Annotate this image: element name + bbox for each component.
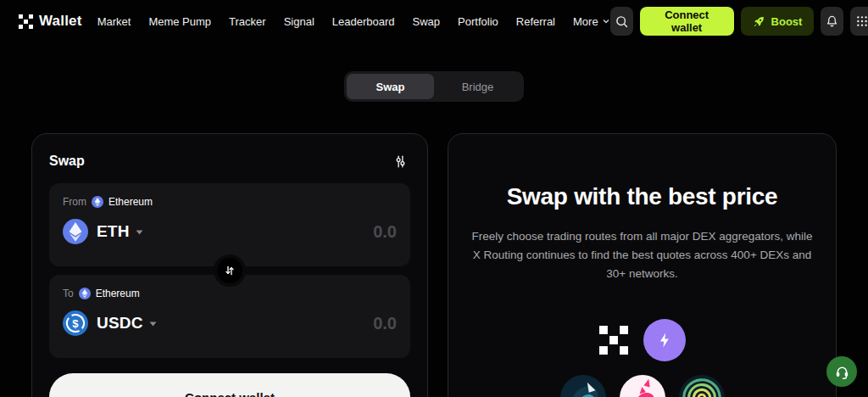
ethereum-network-icon <box>92 196 103 208</box>
swap-connect-wallet-button[interactable]: Connect wallet <box>49 373 410 397</box>
x-routing-logo-icon <box>599 326 628 355</box>
promo-heading: Swap with the best price <box>507 183 778 210</box>
svg-text:$: $ <box>72 317 79 330</box>
nav-item-referral[interactable]: Referral <box>516 15 555 28</box>
from-amount-input[interactable]: 0.0 <box>373 222 397 242</box>
nav-item-meme-pump[interactable]: Meme Pump <box>148 15 211 28</box>
apps-grid-button[interactable] <box>850 7 868 36</box>
to-network-name: Ethereum <box>96 288 140 299</box>
search-icon <box>615 14 629 29</box>
lightning-icon <box>643 319 686 361</box>
from-network-name: Ethereum <box>108 196 153 208</box>
dex-logos-row <box>560 375 725 397</box>
swap-card: Swap From <box>31 133 428 397</box>
to-amount-input[interactable]: 0.0 <box>373 314 397 333</box>
nav-item-signal[interactable]: Signal <box>284 15 314 28</box>
search-button[interactable] <box>610 7 633 36</box>
nav-more-label: More <box>573 15 598 28</box>
from-token-selector[interactable]: ETH <box>63 219 143 244</box>
main-nav: Market Meme Pump Tracker Signal Leaderbo… <box>97 15 610 28</box>
boost-button[interactable]: Boost <box>741 7 815 36</box>
chevron-down-icon <box>602 17 610 25</box>
to-token-name: USDC <box>97 314 143 333</box>
eth-token-icon <box>63 219 88 244</box>
main-content: Swap From <box>0 133 868 397</box>
oneinch-logo-icon <box>560 375 606 397</box>
swap-to-box: To Ethereum <box>49 275 410 358</box>
swap-card-title: Swap <box>49 154 85 169</box>
notifications-button[interactable] <box>821 7 843 36</box>
nav-item-more[interactable]: More <box>573 15 610 28</box>
bell-icon <box>825 14 839 29</box>
nav-item-leaderboard[interactable]: Leaderboard <box>332 15 395 28</box>
to-label: To <box>63 288 74 299</box>
swap-arrows-icon <box>223 264 236 277</box>
brand-name: Wallet <box>39 13 82 30</box>
top-nav: Wallet Market Meme Pump Tracker Signal L… <box>0 0 868 42</box>
sliders-icon <box>392 154 409 170</box>
odos-logo-icon <box>679 375 725 397</box>
tab-bridge[interactable]: Bridge <box>434 74 521 99</box>
promo-icons <box>599 319 686 361</box>
boost-label: Boost <box>771 15 803 28</box>
promo-card: Swap with the best price Freely choose t… <box>448 133 837 397</box>
from-label: From <box>63 196 86 208</box>
caret-down-icon <box>136 229 143 236</box>
nav-item-portfolio[interactable]: Portfolio <box>458 15 498 28</box>
uniswap-logo-icon <box>620 375 665 397</box>
usdc-token-icon: $ <box>63 310 88 336</box>
brand-logo[interactable]: Wallet <box>19 13 82 30</box>
ethereum-network-icon <box>79 288 91 299</box>
flip-direction-button[interactable] <box>214 254 246 287</box>
support-chat-button[interactable] <box>826 356 857 387</box>
headset-icon <box>834 364 850 380</box>
nav-item-market[interactable]: Market <box>97 15 131 28</box>
caret-down-icon <box>149 321 157 327</box>
promo-description: Freely choose trading routes from all ma… <box>467 227 818 283</box>
swap-bridge-toggle: Swap Bridge <box>344 71 524 102</box>
nav-item-tracker[interactable]: Tracker <box>229 15 266 28</box>
nav-item-swap[interactable]: Swap <box>413 15 441 28</box>
connect-wallet-button[interactable]: Connect wallet <box>640 7 734 36</box>
grid-dots-icon <box>855 14 868 28</box>
to-token-selector[interactable]: $ USDC <box>63 310 157 336</box>
tab-swap[interactable]: Swap <box>347 74 434 99</box>
rocket-icon <box>753 15 765 28</box>
header-actions: Connect wallet Boost <box>610 7 868 36</box>
swap-settings-button[interactable] <box>391 152 410 171</box>
from-token-name: ETH <box>97 222 130 241</box>
x-logo-icon <box>19 14 33 29</box>
